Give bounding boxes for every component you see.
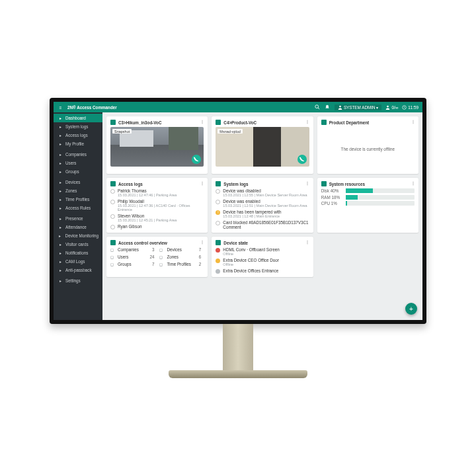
card-menu-icon[interactable]: ⋮ bbox=[200, 119, 204, 124]
list-item[interactable]: Patrick Thomas15.03.2021 | 12:47:46 | Pa… bbox=[110, 188, 204, 197]
log-meta: 15.03.2021 | 12:45:21 | Parking Area bbox=[118, 218, 204, 222]
list-item[interactable]: HDML Conv · Offboard ScreenOffline bbox=[216, 247, 309, 256]
list-item[interactable]: Steven Wilson15.03.2021 | 12:45:21 | Par… bbox=[110, 214, 204, 222]
card-menu-icon[interactable]: ⋮ bbox=[305, 239, 309, 244]
sidebar-item-access-logs[interactable]: ▸Access logs bbox=[54, 131, 102, 139]
sidebar-item-time-profiles[interactable]: ▸Time Profiles bbox=[54, 195, 102, 204]
list-item[interactable]: !Device has been tampered with15.03.2021… bbox=[216, 210, 309, 218]
sidebar-item-dashboard[interactable]: ▸Dashboard bbox=[54, 114, 102, 122]
access-overview-card: ⋮ Access control overview ◻Companies3◻De… bbox=[106, 237, 208, 277]
sidebar-item-access-rules[interactable]: ▸Access Rules bbox=[54, 204, 102, 212]
card-menu-icon[interactable]: ⋮ bbox=[200, 239, 204, 244]
sidebar-item-visitor-cards[interactable]: ▸Visitor cards bbox=[54, 240, 102, 249]
card-menu-icon[interactable]: ⋮ bbox=[411, 119, 415, 124]
device-meta: Offline bbox=[223, 262, 309, 266]
card-icon bbox=[110, 120, 116, 125]
camera-call-button[interactable] bbox=[298, 155, 307, 164]
card-title: System resources bbox=[329, 182, 365, 186]
card-menu-icon[interactable]: ⋮ bbox=[200, 180, 204, 185]
attendance-icon: ▸ bbox=[58, 225, 63, 230]
overview-label[interactable]: Companies bbox=[118, 247, 147, 252]
users-icon: ◻ bbox=[110, 255, 115, 259]
sidebar-item-label: Anti-passback bbox=[65, 268, 92, 272]
card-icon bbox=[321, 181, 327, 186]
add-widget-fab[interactable]: + bbox=[405, 303, 417, 315]
sidebar-item-cam-logs[interactable]: ▸CAM Logs bbox=[54, 257, 102, 266]
dashboard-grid: ⋮ C3>Hikum_in3od-VoC Snapshot bbox=[106, 116, 418, 277]
overview-label[interactable]: Groups bbox=[118, 262, 147, 266]
sidebar-item-groups[interactable]: ▸Groups bbox=[54, 167, 102, 176]
card-title: C3>Hikum_in3od-VoC bbox=[118, 120, 162, 125]
overview-label[interactable]: Zones bbox=[167, 255, 196, 259]
menu-icon[interactable]: ≡ bbox=[58, 104, 63, 110]
state-icon bbox=[216, 258, 220, 263]
monitor-bezel: ≡ 2N® Access Commander SYSTEM ADMIN ▾ bbox=[50, 98, 426, 324]
search-icon[interactable] bbox=[315, 104, 321, 110]
status-icon bbox=[216, 221, 220, 225]
state-icon bbox=[216, 248, 220, 253]
camera-card-3: ⋮ Product Department The device is curre… bbox=[317, 116, 418, 174]
overview-label[interactable]: Devices bbox=[167, 247, 196, 252]
zone-icon: ▸ bbox=[58, 188, 63, 194]
card-menu-icon[interactable]: ⋮ bbox=[411, 180, 415, 185]
camera-preview[interactable]: Snapshot bbox=[110, 127, 204, 167]
monitor-mockup: ≡ 2N® Access Commander SYSTEM ADMIN ▾ bbox=[50, 98, 426, 378]
sidebar-item-users[interactable]: ▸Users bbox=[54, 159, 102, 167]
monitor-stand-base bbox=[169, 370, 307, 378]
sidebar-item-presence[interactable]: ▸Presence bbox=[54, 214, 102, 223]
list-item[interactable]: Device was enabled15.03.2021 | 12:51 | M… bbox=[216, 199, 309, 208]
list-item[interactable]: Device was disabled15.03.2021 | 12:55 | … bbox=[216, 188, 309, 197]
lock-icon: ▸ bbox=[58, 206, 63, 211]
sidebar-item-zones[interactable]: ▸Zones bbox=[54, 186, 102, 195]
log-title: Steven Wilson bbox=[118, 214, 204, 218]
list-item[interactable]: Ryan Gibson bbox=[110, 224, 204, 229]
list-item[interactable]: Philip Woodall15.03.2021 | 12:47:36 | AC… bbox=[110, 199, 204, 212]
card-menu-icon[interactable]: ⋮ bbox=[305, 180, 309, 185]
card-menu-icon[interactable]: ⋮ bbox=[305, 119, 309, 124]
overview-label[interactable]: Users bbox=[118, 255, 147, 259]
overview-value: 7 bbox=[149, 262, 157, 266]
monitor-icon: ▸ bbox=[58, 233, 63, 239]
license-indicator[interactable]: 0/∞ bbox=[385, 105, 398, 110]
sidebar-item-my-profile[interactable]: ▸My Profile bbox=[54, 139, 102, 148]
sidebar-item-settings[interactable]: ▸Settings bbox=[54, 276, 102, 285]
list-item[interactable]: Extra Device CEO Office DoorOffline bbox=[216, 258, 309, 266]
sidebar-item-label: Users bbox=[65, 161, 76, 165]
list-item[interactable]: Card blocked #0AD1856E01F35B1D137V3C1 Co… bbox=[216, 220, 309, 229]
sidebar-item-attendance[interactable]: ▸Attendance bbox=[54, 223, 102, 231]
overview-value: 6 bbox=[199, 255, 204, 259]
app-screen: ≡ 2N® Access Commander SYSTEM ADMIN ▾ bbox=[54, 102, 422, 320]
sidebar-item-notifications[interactable]: ▸Notifications bbox=[54, 249, 102, 257]
overview-value: 2 bbox=[199, 262, 204, 266]
resource-bar bbox=[346, 201, 415, 206]
svg-point-3 bbox=[387, 105, 389, 107]
shield-icon: ▸ bbox=[58, 268, 63, 273]
users-icon: ▸ bbox=[58, 169, 63, 175]
overview-label[interactable]: Time Profiles bbox=[167, 262, 196, 266]
license-text: 0/∞ bbox=[391, 105, 398, 110]
sidebar-item-devices[interactable]: ▸Devices bbox=[54, 178, 102, 186]
sidebar-item-system-logs[interactable]: ▸System logs bbox=[54, 122, 102, 131]
overview-value: 3 bbox=[149, 247, 157, 252]
top-bar: ≡ 2N® Access Commander SYSTEM ADMIN ▾ bbox=[54, 102, 422, 112]
sidebar-item-label: Settings bbox=[65, 278, 81, 283]
device-state-card: ⋮ Device state HDML Conv · Offboard Scre… bbox=[212, 237, 313, 277]
sidebar-item-label: Presence bbox=[65, 216, 83, 221]
warning-icon: ! bbox=[216, 210, 220, 215]
svg-point-2 bbox=[339, 105, 341, 107]
user-menu[interactable]: SYSTEM ADMIN ▾ bbox=[335, 104, 382, 110]
dashboard-content: ⋮ C3>Hikum_in3od-VoC Snapshot bbox=[102, 112, 422, 320]
camera-preview[interactable]: Msnad-vplod bbox=[216, 127, 309, 167]
sidebar-item-companies[interactable]: ▸Companies bbox=[54, 150, 102, 159]
log-title: Patrick Thomas bbox=[118, 188, 204, 193]
bell-icon[interactable] bbox=[325, 104, 331, 110]
camera-call-button[interactable] bbox=[192, 155, 201, 164]
sidebar-item-label: Time Profiles bbox=[65, 197, 90, 202]
building-icon: ◻ bbox=[110, 247, 115, 252]
clock-icon: ◻ bbox=[159, 262, 164, 266]
sidebar-item-anti-passback[interactable]: ▸Anti-passback bbox=[54, 266, 102, 274]
sidebar-item-label: Access Rules bbox=[65, 206, 91, 210]
clock-icon: ▸ bbox=[58, 197, 63, 202]
sidebar-item-device-monitoring[interactable]: ▸Device Monitoring bbox=[54, 231, 102, 240]
list-item[interactable]: Extra Device Offices Entrance bbox=[216, 268, 309, 274]
